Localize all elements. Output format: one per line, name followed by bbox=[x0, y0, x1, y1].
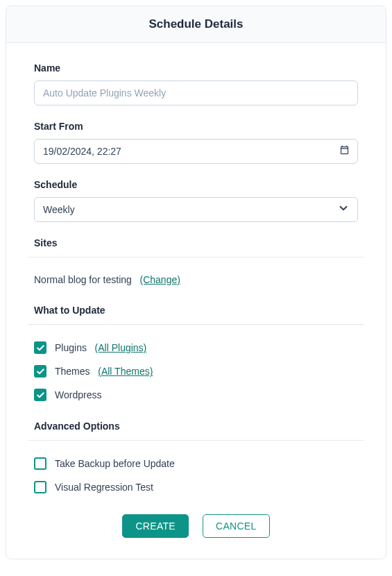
start-from-group: Start From bbox=[34, 121, 358, 164]
advanced-options-label: Advanced Options bbox=[34, 421, 358, 432]
plugins-checkbox[interactable] bbox=[34, 341, 46, 354]
backup-checkbox[interactable] bbox=[34, 457, 46, 470]
card-header: Schedule Details bbox=[6, 6, 386, 43]
all-plugins-link[interactable]: (All Plugins) bbox=[95, 342, 147, 353]
sites-name: Normal blog for testing bbox=[34, 274, 132, 285]
sites-label: Sites bbox=[34, 237, 358, 248]
themes-label: Themes (All Themes) bbox=[55, 366, 153, 377]
wordpress-checkbox[interactable] bbox=[34, 389, 46, 401]
backup-row: Take Backup before Update bbox=[34, 457, 358, 470]
cancel-button[interactable]: CANCEL bbox=[203, 514, 270, 538]
date-input-wrapper bbox=[34, 139, 358, 164]
schedule-details-card: Schedule Details Name Start From Schedul… bbox=[6, 6, 386, 559]
what-to-update-section: What to Update Plugins (All Plugins) bbox=[34, 305, 358, 401]
backup-label: Take Backup before Update bbox=[55, 458, 175, 469]
schedule-group: Schedule Weekly bbox=[34, 179, 358, 222]
wordpress-row: Wordpress bbox=[34, 389, 358, 401]
name-group: Name bbox=[34, 62, 358, 105]
sites-divider bbox=[28, 257, 364, 257]
themes-row: Themes (All Themes) bbox=[34, 365, 358, 378]
change-sites-link[interactable]: (Change) bbox=[140, 274, 180, 285]
sites-section: Sites Normal blog for testing (Change) bbox=[34, 237, 358, 285]
button-row: CREATE CANCEL bbox=[34, 514, 358, 538]
advanced-options-list: Take Backup before Update Visual Regress… bbox=[34, 457, 358, 493]
advanced-options-section: Advanced Options Take Backup before Upda… bbox=[34, 421, 358, 493]
what-to-update-list: Plugins (All Plugins) Themes (All bbox=[34, 341, 358, 401]
all-themes-link[interactable]: (All Themes) bbox=[98, 366, 153, 377]
name-label: Name bbox=[34, 62, 358, 74]
advanced-options-divider bbox=[28, 440, 364, 441]
select-wrapper: Weekly bbox=[34, 197, 358, 222]
visual-regression-checkbox[interactable] bbox=[34, 481, 46, 493]
card-title: Schedule Details bbox=[17, 17, 375, 31]
start-from-label: Start From bbox=[34, 121, 358, 132]
schedule-label: Schedule bbox=[34, 179, 358, 190]
visual-regression-label: Visual Regression Test bbox=[55, 482, 153, 493]
plugins-row: Plugins (All Plugins) bbox=[34, 341, 358, 354]
name-input[interactable] bbox=[34, 81, 358, 105]
plugins-label: Plugins (All Plugins) bbox=[55, 342, 146, 353]
check-icon bbox=[36, 391, 45, 400]
themes-text: Themes bbox=[55, 366, 90, 377]
sites-text-row: Normal blog for testing (Change) bbox=[34, 274, 358, 285]
what-to-update-divider bbox=[28, 324, 364, 325]
create-button[interactable]: CREATE bbox=[122, 514, 189, 538]
start-from-input[interactable] bbox=[34, 139, 358, 164]
themes-checkbox[interactable] bbox=[34, 365, 46, 378]
plugins-text: Plugins bbox=[55, 342, 87, 353]
what-to-update-label: What to Update bbox=[34, 305, 358, 316]
check-icon bbox=[36, 344, 45, 353]
card-body: Name Start From Schedule Weekly bbox=[6, 43, 386, 559]
wordpress-label: Wordpress bbox=[55, 389, 101, 400]
visual-regression-row: Visual Regression Test bbox=[34, 481, 358, 493]
check-icon bbox=[36, 367, 45, 376]
schedule-select[interactable]: Weekly bbox=[34, 197, 358, 222]
